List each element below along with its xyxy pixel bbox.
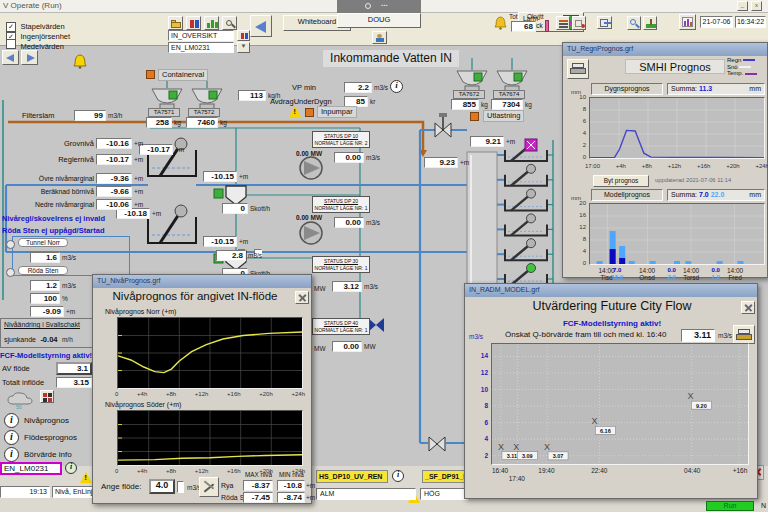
doug-button[interactable]: DOUG: [337, 13, 421, 28]
alert-text: Nivåregl/skovelrens ej invald: [2, 215, 105, 223]
broom-icon[interactable]: [643, 16, 657, 30]
doug-menu-strip[interactable]: ...: [337, 0, 421, 13]
process-alarm-bell-icon[interactable]: [73, 52, 87, 69]
container-hopper-icon: [150, 86, 184, 110]
utlastning-checkbox[interactable]: [470, 112, 479, 121]
smhi-rain-xticks: 17:00+4h+8h+12h+16h+20h+24h: [585, 163, 768, 170]
inpumpar-label: Inpumpar: [317, 106, 357, 118]
close-button[interactable]: x: [751, 1, 762, 11]
tab-modellprognos[interactable]: Modellprognos: [591, 189, 663, 201]
containerval-checkbox[interactable]: [146, 70, 155, 79]
info-icon[interactable]: i: [390, 80, 403, 93]
close-icon[interactable]: [295, 291, 309, 304]
close-icon[interactable]: [741, 301, 755, 314]
operate-screen: V Operate (Run) _ x ✓ Stapelvärden ✓ Ing…: [0, 0, 768, 512]
checker-icon[interactable]: [40, 390, 54, 403]
fcf-chart: X3.11X3.09X3.07X6.16X9.20: [491, 343, 749, 465]
cloud-icon[interactable]: 50: [6, 390, 36, 410]
magnifier-icon[interactable]: [365, 3, 371, 9]
totalt-inflode-value: 3.15: [56, 377, 92, 388]
nivaprognos-button[interactable]: Nivåprognos: [24, 417, 69, 426]
okvitt-label: Okvitt: [527, 13, 544, 20]
np-norr-chart: [117, 317, 303, 389]
info-icon[interactable]: i: [4, 430, 19, 445]
avdrag-label: AvdragUnderDygn: [270, 98, 332, 106]
roda-sten-pct: 100: [30, 293, 60, 304]
hopper-tag[interactable]: TA7672: [453, 90, 485, 99]
smhi-titlebar[interactable]: TU_RegnPrognos.grf: [563, 43, 767, 56]
fcf-titlebar[interactable]: IN_RADM_MODEL.grf: [465, 284, 757, 297]
roda-sten-label[interactable]: Röda Sten: [18, 266, 68, 275]
level-out1: 9.21: [470, 136, 504, 147]
hopper-weight: 855: [451, 99, 479, 110]
node-icon: [6, 240, 15, 249]
flow3-value: 3.12: [332, 281, 362, 292]
search-sweep-icon[interactable]: [627, 16, 641, 30]
open-folder-icon[interactable]: [168, 16, 183, 30]
summa1-field: Summa: 11.3 mm: [667, 83, 765, 95]
tab-dygnsprognos[interactable]: Dygnsprognos: [591, 83, 663, 95]
hopper-weight: 258: [146, 117, 172, 128]
ange-flode-label: Ange flöde:: [101, 483, 141, 492]
tag-combo[interactable]: EN_LM0231: [168, 42, 234, 53]
hopper-weight: 7304: [491, 99, 523, 110]
info-icon[interactable]: i: [4, 413, 19, 428]
report-chart-icon[interactable]: [679, 14, 696, 30]
flow-spinner[interactable]: [177, 481, 184, 493]
printer-icon[interactable]: [733, 325, 755, 344]
run-status-button[interactable]: Run: [706, 501, 754, 511]
tot-label: Tot: [509, 13, 518, 20]
av-flode-value[interactable]: 3.1: [56, 362, 92, 375]
summa2-field: Summa: 7.0 22.0 mm: [667, 189, 765, 201]
hopper-tag[interactable]: TA7572: [188, 108, 220, 117]
ack-icon[interactable]: [572, 16, 586, 30]
list-icon[interactable]: [556, 16, 570, 30]
flodesprognos-button[interactable]: Flödesprognos: [24, 434, 77, 443]
flow-input[interactable]: 4.0: [149, 479, 175, 494]
svg-text:X: X: [498, 442, 504, 452]
smhi-rain-chart: [589, 97, 765, 159]
zoom-tool-icon[interactable]: [222, 16, 237, 30]
flow1-value: 0.00: [334, 152, 364, 163]
filter-icon[interactable]: ▼: [237, 42, 250, 53]
pump2-power: 0.00 MW: [296, 214, 322, 221]
smhi-heading: SMHI Prognos: [625, 59, 725, 74]
tools-icon[interactable]: [199, 477, 219, 497]
printer-icon[interactable]: [567, 59, 589, 79]
container-hopper-icon: [190, 86, 224, 110]
info-icon[interactable]: i: [392, 470, 404, 482]
np-titlebar[interactable]: TU_NivåPrognos.grf: [93, 275, 311, 288]
back-arrow-icon[interactable]: [250, 15, 272, 37]
info-icon[interactable]: i: [65, 462, 77, 474]
tunnel-norr-label[interactable]: Tunnel Norr: [18, 238, 68, 247]
trend-chart-icon[interactable]: [204, 16, 219, 30]
page-flip-icon[interactable]: [597, 16, 612, 29]
level-field: -9.36: [96, 173, 132, 184]
tag-red-icon[interactable]: [237, 30, 250, 41]
fcf-heading: Utvärdering Future City Flow: [505, 300, 719, 314]
info-icon[interactable]: i: [4, 447, 19, 462]
dots-menu[interactable]: ...: [381, 0, 388, 9]
alarm-pins-icon[interactable]: [186, 16, 201, 30]
hopper-weight: 7460: [186, 117, 218, 128]
borvarde-info-button[interactable]: Börvärde info: [24, 451, 72, 460]
alarm-row-yellow[interactable]: _SF_DP91_DOS: [422, 470, 470, 483]
level-field: -10.06: [96, 199, 132, 210]
overview-combo[interactable]: IN_OVERSIKT: [168, 30, 234, 41]
minimize-button[interactable]: _: [737, 1, 748, 11]
inpumpar-checkbox[interactable]: [305, 108, 314, 117]
nav-back-icon[interactable]: [2, 50, 19, 65]
hopper-tag[interactable]: TA7571: [148, 108, 180, 117]
alarm-row-yellow[interactable]: HS_DP10_UV_REN: [316, 470, 388, 483]
byt-prognos-button[interactable]: Byt prognos: [593, 175, 649, 187]
level-field: -9.66: [96, 186, 132, 197]
hopper-tag[interactable]: TA7674: [493, 90, 525, 99]
warning-icon[interactable]: !: [80, 472, 92, 483]
min-col-label: MIN nivå: [279, 472, 304, 479]
hog-field: HÖG: [420, 488, 468, 500]
fcf-active-text: FCF-Modellstyrning aktiv!: [0, 352, 92, 360]
user-icon[interactable]: [372, 31, 387, 44]
alarm-bell-icon[interactable]: [494, 14, 507, 30]
nav-forward-icon[interactable]: [21, 50, 38, 65]
tag-input[interactable]: EN_LM0231: [0, 462, 62, 475]
